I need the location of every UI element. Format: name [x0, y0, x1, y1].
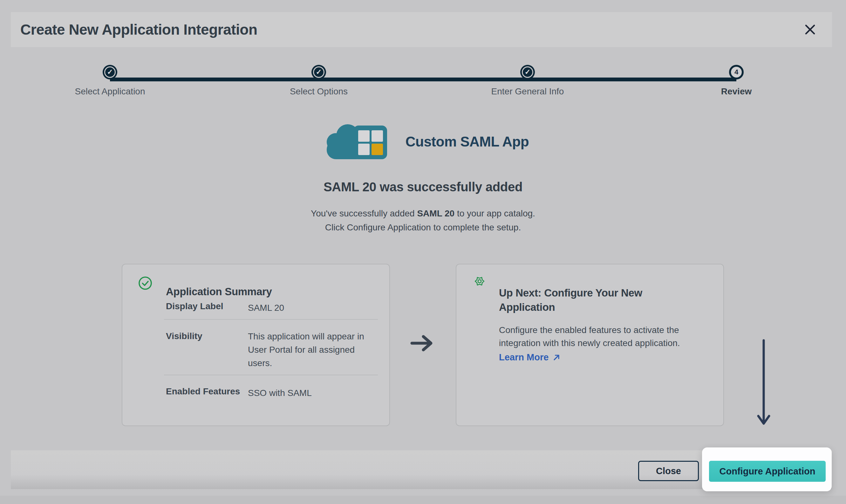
up-next-card: Up Next: Configure Your New Application …: [456, 264, 724, 426]
step-complete-icon: ✓: [520, 65, 535, 79]
step-label: Enter General Info: [477, 87, 578, 96]
arrow-right-icon: [409, 333, 436, 354]
stepper-progress-line: [110, 77, 736, 82]
modal-header: Create New Application Integration: [11, 12, 832, 47]
up-next-card-title: Up Next: Configure Your New Application: [499, 286, 699, 314]
success-message-line1: You've successfully added SAML 20 to you…: [0, 206, 846, 220]
step-complete-icon: ✓: [103, 65, 117, 79]
application-summary-card: Application Summary Display Label SAML 2…: [122, 264, 390, 426]
stepper-step-select-application: ✓ Select Application: [59, 65, 161, 96]
summary-row-label: Enabled Features: [166, 386, 240, 397]
summary-row-label: Display Label: [166, 301, 223, 311]
custom-saml-app-logo-icon: [317, 121, 397, 163]
summary-row-label: Visibility: [166, 331, 202, 341]
check-icon: ✓: [525, 69, 530, 76]
check-circle-icon: [138, 276, 152, 290]
step-complete-icon: ✓: [311, 65, 326, 79]
arrow-down-icon: [756, 338, 771, 433]
close-icon: [804, 23, 816, 36]
gear-icon: [474, 276, 485, 287]
summary-row-value: SSO with SAML: [248, 386, 378, 400]
summary-card-title: Application Summary: [166, 286, 272, 298]
page-title: Create New Application Integration: [20, 21, 257, 38]
close-dialog-button[interactable]: Close: [638, 461, 699, 481]
success-message: You've successfully added SAML 20 to you…: [0, 206, 846, 235]
up-next-card-body: Configure the enabled features to activa…: [499, 324, 709, 349]
modal-overlay: Create New Application Integration ✓ Sel…: [0, 0, 846, 504]
check-icon: ✓: [107, 69, 113, 76]
step-number: 4: [735, 68, 738, 76]
step-current-icon: 4: [729, 65, 744, 79]
wizard-stepper: ✓ Select Application ✓ Select Options ✓ …: [0, 47, 846, 98]
success-message-line2: Click Configure Application to complete …: [0, 220, 846, 235]
success-heading: SAML 20 was successfully added: [0, 180, 846, 194]
step-label: Select Options: [268, 87, 370, 96]
app-logo: Custom SAML App: [0, 120, 846, 164]
configure-application-button[interactable]: Configure Application: [709, 461, 826, 482]
stepper-step-review: 4 Review: [685, 65, 787, 96]
stepper-step-enter-general-info: ✓ Enter General Info: [477, 65, 578, 96]
step-label: Review: [685, 87, 787, 96]
close-button[interactable]: [802, 22, 818, 37]
stepper-step-select-options: ✓ Select Options: [268, 65, 370, 96]
row-divider: [164, 375, 378, 375]
app-logo-label: Custom SAML App: [406, 134, 529, 150]
row-divider: [164, 319, 378, 320]
learn-more-label: Learn More: [499, 352, 548, 363]
step-label: Select Application: [59, 87, 161, 96]
overlay-bottom-band: [0, 496, 846, 504]
summary-row-value: This application will appear in User Por…: [248, 330, 378, 370]
summary-row-value: SAML 20: [248, 301, 378, 314]
learn-more-link[interactable]: Learn More: [499, 352, 561, 363]
external-link-icon: [552, 353, 561, 362]
check-icon: ✓: [316, 69, 322, 76]
